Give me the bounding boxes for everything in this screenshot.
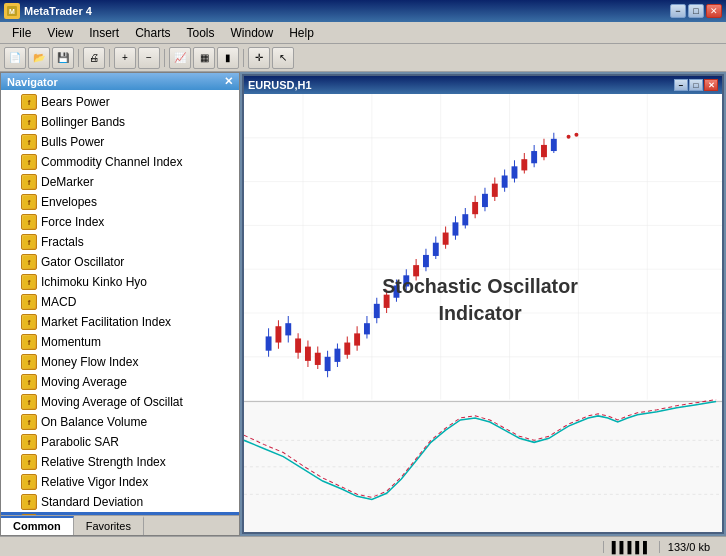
toolbar-sep1	[78, 49, 79, 67]
svg-text:f: f	[28, 378, 31, 387]
svg-rect-86	[354, 333, 360, 345]
nav-item[interactable]: fIchimoku Kinko Hyo	[1, 272, 239, 292]
toolbar-zoom-in[interactable]: +	[114, 47, 136, 69]
status-bar: ▌▌▌▌▌ 133/0 kb	[0, 536, 726, 556]
toolbar: 📄 📂 💾 🖨 + − 📈 ▦ ▮ ✛ ↖	[0, 44, 726, 72]
toolbar-candle[interactable]: ▮	[217, 47, 239, 69]
svg-rect-114	[492, 184, 498, 197]
indicator-label: Force Index	[41, 213, 104, 231]
inner-window-name: EURUSD,H1	[248, 79, 312, 91]
nav-item[interactable]: fBulls Power	[1, 132, 239, 152]
toolbar-arrow[interactable]: ↖	[272, 47, 294, 69]
tab-favorites[interactable]: Favorites	[74, 516, 144, 535]
svg-text:f: f	[28, 478, 31, 487]
app-icon: M	[4, 3, 20, 19]
nav-item[interactable]: fBollinger Bands	[1, 112, 239, 132]
nav-item[interactable]: fMACD	[1, 292, 239, 312]
nav-item[interactable]: fFractals	[1, 232, 239, 252]
toolbar-chart[interactable]: 📈	[169, 47, 191, 69]
indicator-icon: f	[21, 174, 37, 190]
indicator-icon: f	[21, 194, 37, 210]
chart-container: Stochastic Oscillator Indicator	[244, 94, 722, 532]
chart-svg: Stochastic Oscillator Indicator	[244, 94, 722, 532]
svg-rect-84	[344, 343, 350, 355]
menu-help[interactable]: Help	[281, 24, 322, 42]
svg-text:f: f	[28, 98, 31, 107]
svg-text:M: M	[9, 8, 15, 15]
svg-rect-78	[315, 353, 321, 365]
svg-text:f: f	[28, 258, 31, 267]
svg-rect-108	[462, 214, 468, 225]
indicator-icon: f	[21, 214, 37, 230]
nav-item[interactable]: fGator Oscillator	[1, 252, 239, 272]
navigator-close-button[interactable]: ✕	[224, 75, 233, 88]
svg-rect-90	[374, 304, 380, 318]
svg-rect-124	[541, 145, 547, 157]
svg-rect-72	[285, 323, 291, 335]
indicator-label: Moving Average	[41, 373, 127, 391]
indicator-label: MACD	[41, 293, 76, 311]
svg-text:f: f	[28, 438, 31, 447]
menu-tools[interactable]: Tools	[179, 24, 223, 42]
svg-text:f: f	[28, 418, 31, 427]
inner-minimize[interactable]: −	[674, 79, 688, 91]
navigator-panel: Navigator ✕ fBears PowerfBollinger Bands…	[0, 72, 240, 536]
indicator-label: Standard Deviation	[41, 493, 143, 511]
svg-rect-118	[512, 166, 518, 178]
indicator-icon: f	[21, 234, 37, 250]
indicator-icon: f	[21, 494, 37, 510]
inner-window: EURUSD,H1 − □ ✕	[242, 74, 724, 534]
app-title: MetaTrader 4	[24, 5, 92, 17]
svg-rect-106	[453, 222, 459, 235]
menu-insert[interactable]: Insert	[81, 24, 127, 42]
svg-text:f: f	[28, 118, 31, 127]
toolbar-zoom-out[interactable]: −	[138, 47, 160, 69]
toolbar-print[interactable]: 🖨	[83, 47, 105, 69]
toolbar-crosshair[interactable]: ✛	[248, 47, 270, 69]
nav-list[interactable]: fBears PowerfBollinger BandsfBulls Power…	[1, 90, 239, 515]
nav-item[interactable]: fRelative Vigor Index	[1, 472, 239, 492]
nav-item[interactable]: fMomentum	[1, 332, 239, 352]
nav-item[interactable]: fBears Power	[1, 92, 239, 112]
memory-status: 133/0 kb	[659, 541, 718, 553]
indicator-icon: f	[21, 314, 37, 330]
restore-button[interactable]: □	[688, 4, 704, 18]
indicator-label: DeMarker	[41, 173, 94, 191]
nav-item[interactable]: fMoney Flow Index	[1, 352, 239, 372]
menu-file[interactable]: File	[4, 24, 39, 42]
svg-text:f: f	[28, 218, 31, 227]
minimize-button[interactable]: −	[670, 4, 686, 18]
nav-item[interactable]: fMarket Facilitation Index	[1, 312, 239, 332]
tab-common[interactable]: Common	[1, 516, 74, 535]
nav-item[interactable]: fOn Balance Volume	[1, 412, 239, 432]
inner-restore[interactable]: □	[689, 79, 703, 91]
nav-item[interactable]: fCommodity Channel Index	[1, 152, 239, 172]
svg-text:f: f	[28, 498, 31, 507]
nav-item[interactable]: fStandard Deviation	[1, 492, 239, 512]
close-button[interactable]: ✕	[706, 4, 722, 18]
nav-item[interactable]: fMoving Average of Oscillat	[1, 392, 239, 412]
inner-window-title: EURUSD,H1 − □ ✕	[244, 76, 722, 94]
svg-rect-80	[325, 357, 331, 371]
toolbar-save[interactable]: 💾	[52, 47, 74, 69]
indicator-icon: f	[21, 274, 37, 290]
toolbar-bar[interactable]: ▦	[193, 47, 215, 69]
nav-item[interactable]: fForce Index	[1, 212, 239, 232]
toolbar-new[interactable]: 📄	[4, 47, 26, 69]
nav-item[interactable]: fRelative Strength Index	[1, 452, 239, 472]
menu-view[interactable]: View	[39, 24, 81, 42]
svg-text:f: f	[28, 178, 31, 187]
toolbar-open[interactable]: 📂	[28, 47, 50, 69]
nav-item[interactable]: fMoving Average	[1, 372, 239, 392]
menu-charts[interactable]: Charts	[127, 24, 178, 42]
svg-text:f: f	[28, 398, 31, 407]
nav-item[interactable]: fDeMarker	[1, 172, 239, 192]
nav-item[interactable]: fEnvelopes	[1, 192, 239, 212]
nav-item[interactable]: fParabolic SAR	[1, 432, 239, 452]
menu-window[interactable]: Window	[223, 24, 282, 42]
title-bar-controls: − □ ✕	[670, 4, 722, 18]
inner-close[interactable]: ✕	[704, 79, 718, 91]
indicator-icon: f	[21, 434, 37, 450]
indicator-icon: f	[21, 394, 37, 410]
toolbar-sep4	[243, 49, 244, 67]
